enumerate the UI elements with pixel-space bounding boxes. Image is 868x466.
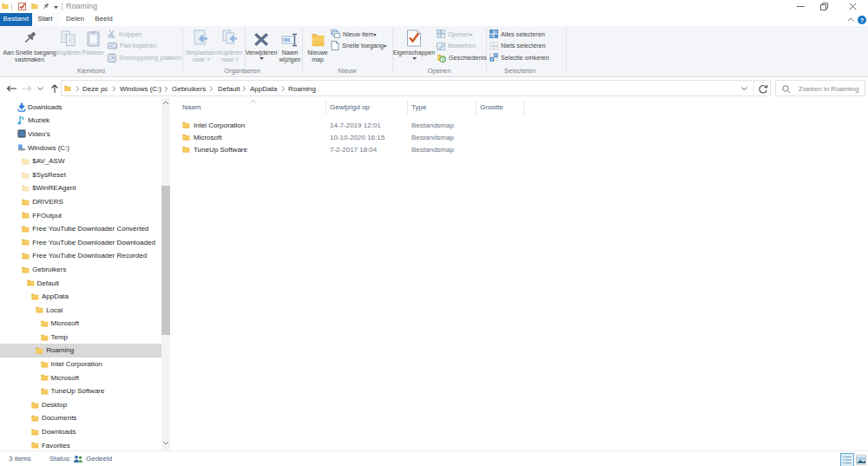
svg-text:?: ? xyxy=(860,16,865,23)
